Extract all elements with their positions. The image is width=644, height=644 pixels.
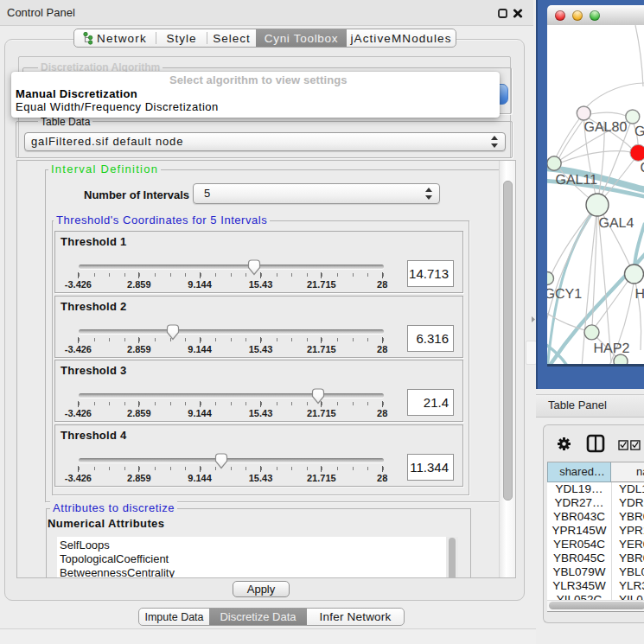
svg-text:GCY1: GCY1 (547, 287, 582, 302)
svg-text:GA: GA (634, 124, 644, 139)
svg-text:HAP2: HAP2 (594, 341, 630, 356)
svg-text:C: C (641, 161, 644, 175)
svg-text:GAL80: GAL80 (584, 120, 628, 135)
svg-text:GAL4: GAL4 (599, 216, 634, 231)
svg-text:H: H (635, 287, 644, 302)
svg-text:GAL11: GAL11 (556, 173, 598, 188)
